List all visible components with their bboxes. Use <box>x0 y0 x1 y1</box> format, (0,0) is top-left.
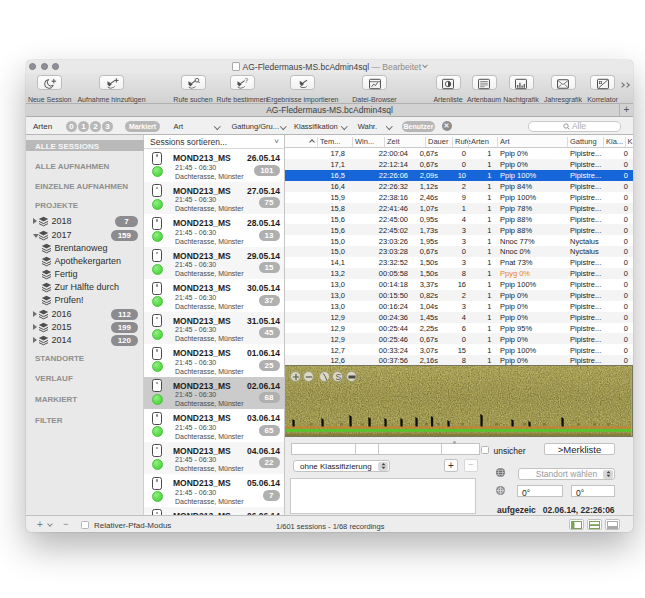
svg-text:?: ? <box>244 78 248 84</box>
svg-text:S: S <box>336 372 342 382</box>
